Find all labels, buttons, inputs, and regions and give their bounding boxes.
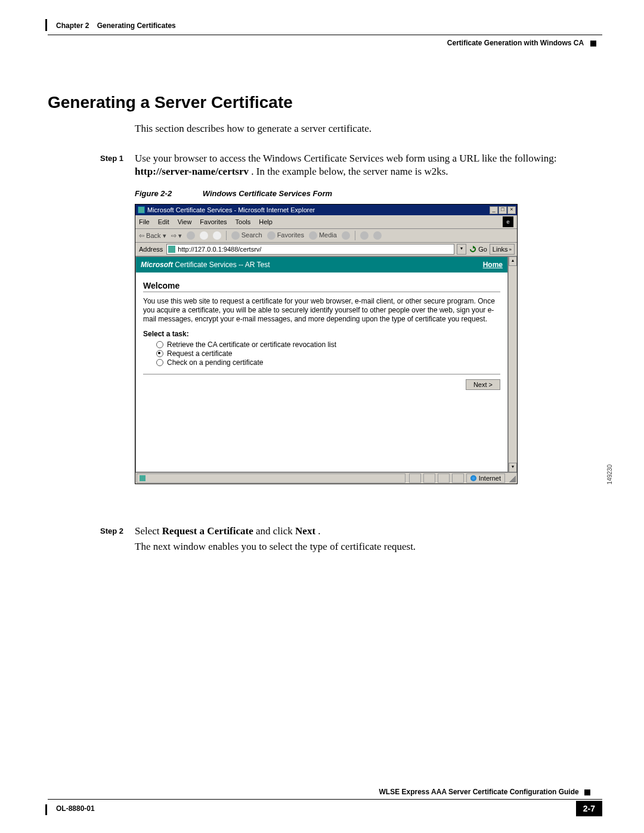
favorites-button[interactable]: Favorites [267, 231, 304, 240]
welcome-heading: Welcome [143, 281, 500, 290]
banner-text: Certificate Services -- AR Test [175, 261, 270, 269]
menu-file[interactable]: File [139, 218, 150, 225]
banner-brand: Microsoft [141, 261, 173, 269]
step-1-body: Use your browser to access the Windows C… [135, 152, 602, 178]
address-url: http://127.0.0.1:9488/certsrv/ [178, 246, 261, 253]
footer-square-icon [584, 789, 590, 795]
menu-help[interactable]: Help [259, 218, 273, 225]
close-button[interactable]: × [507, 206, 516, 214]
welcome-rule [143, 292, 500, 292]
mail-icon[interactable] [360, 231, 369, 240]
task-option-request[interactable]: Request a certificate [156, 349, 500, 358]
welcome-text: You use this web site to request a certi… [143, 297, 500, 324]
task-option-check[interactable]: Check on a pending certificate [156, 358, 500, 367]
go-button[interactable]: Go [469, 245, 487, 253]
step-2-body: Select Request a Certificate and click N… [135, 525, 602, 538]
ie-window: Microsoft Certificate Services - Microso… [135, 204, 518, 484]
step-2-bold-2: Next [295, 525, 315, 537]
resize-grip-icon[interactable] [507, 474, 516, 482]
status-zone: Internet [466, 473, 505, 483]
forward-button[interactable]: ⇨ ▾ [171, 232, 182, 240]
status-page-icon [140, 475, 145, 481]
step-2-line2: The next window enables you to select th… [135, 540, 602, 553]
toolbar-separator-2 [355, 231, 355, 240]
header-left: Chapter 2 Generating Certificates [56, 21, 176, 30]
radio-icon [156, 341, 163, 348]
refresh-icon[interactable] [200, 231, 208, 240]
figure-caption: Figure 2-2 Windows Certificate Services … [135, 189, 602, 198]
header-right: Certificate Generation with Windows CA [447, 39, 596, 47]
step-1-url: http://server-name/certsrv [135, 166, 249, 177]
menu-view[interactable]: View [178, 218, 192, 225]
ie-statusbar: Internet [135, 472, 517, 484]
status-cell [452, 473, 464, 483]
footer-doc-number: OL-8880-01 [56, 804, 95, 813]
status-cell [438, 473, 450, 483]
step-2-bold-1: Request a Certificate [162, 525, 253, 537]
footer-guide: WLSE Express AAA Server Certificate Conf… [379, 788, 590, 796]
radio-selected-icon [156, 350, 163, 357]
menu-edit[interactable]: Edit [158, 218, 169, 225]
header-square-icon [590, 41, 596, 47]
links-button[interactable]: Links » [490, 244, 515, 255]
page-icon [168, 246, 175, 253]
figure-screenshot: 149230 Microsoft Certificate Services - … [135, 204, 602, 484]
ie-toolbar: ⇦ Back ▾ ⇨ ▾ Search Favorites Media [135, 229, 517, 243]
intro-text: This section describes how to generate a… [135, 122, 602, 135]
next-button[interactable]: Next > [466, 379, 500, 390]
status-cell [423, 473, 435, 483]
figure-title: Windows Certificate Services Form [203, 189, 332, 198]
header-rule [48, 35, 602, 35]
ie-title-text: Microsoft Certificate Services - Microso… [147, 206, 315, 213]
task-option-retrieve[interactable]: Retrieve the CA certificate or certifica… [156, 340, 500, 349]
ie-app-icon [138, 206, 145, 213]
scroll-down-icon[interactable]: ▾ [509, 463, 517, 472]
print-icon[interactable] [373, 231, 382, 240]
search-button[interactable]: Search [231, 231, 262, 240]
header-accent-bar [45, 19, 47, 31]
history-icon[interactable] [342, 231, 350, 240]
header-chapter: Chapter 2 [56, 21, 89, 30]
ie-content-area: Microsoft Certificate Services -- AR Tes… [135, 256, 508, 472]
media-icon [309, 231, 317, 240]
maximize-button[interactable]: □ [499, 206, 507, 214]
address-input[interactable]: http://127.0.0.1:9488/certsrv/ [166, 244, 454, 255]
radio-icon [156, 359, 163, 366]
home-link[interactable]: Home [483, 261, 503, 269]
header-chapter-title: Generating Certificates [91, 21, 176, 30]
step-1-label: Step 1 [48, 152, 135, 178]
toolbar-separator [226, 231, 227, 240]
back-button[interactable]: ⇦ Back ▾ [139, 232, 166, 240]
ie-addressbar: Address http://127.0.0.1:9488/certsrv/ ▾… [135, 243, 517, 256]
figure-number: Figure 2-2 [135, 189, 200, 198]
media-button[interactable]: Media [309, 231, 337, 240]
page-number: 2-7 [576, 801, 602, 816]
globe-icon [470, 475, 476, 481]
status-cell [409, 473, 421, 483]
footer-rule [48, 799, 602, 800]
home-icon[interactable] [213, 231, 221, 240]
vertical-scrollbar[interactable]: ▴ ▾ [508, 256, 517, 472]
stop-icon[interactable] [187, 231, 195, 240]
ie-menubar: File Edit View Favorites Tools Help e [135, 215, 517, 229]
certsrv-banner: Microsoft Certificate Services -- AR Tes… [136, 257, 507, 272]
header-right-text: Certificate Generation with Windows CA [447, 39, 584, 47]
ie-throbber-icon: e [503, 216, 513, 227]
go-icon [469, 245, 477, 253]
minimize-button[interactable]: _ [490, 206, 498, 214]
ie-titlebar: Microsoft Certificate Services - Microso… [135, 205, 517, 215]
menu-tools[interactable]: Tools [236, 218, 251, 225]
footer-accent-bar [45, 804, 47, 815]
figure-side-number: 149230 [606, 465, 613, 484]
address-label: Address [138, 246, 164, 253]
menu-favorites[interactable]: Favorites [200, 218, 227, 225]
step-1-text-a: Use your browser to access the Windows C… [135, 153, 556, 164]
scroll-up-icon[interactable]: ▴ [509, 256, 517, 266]
select-task-title: Select a task: [143, 330, 500, 338]
section-heading: Generating a Server Certificate [48, 93, 602, 112]
favorites-icon [267, 231, 275, 240]
step-2-label: Step 2 [48, 525, 135, 538]
step-1-text-c: . In the example below, the server name … [251, 166, 448, 177]
address-dropdown[interactable]: ▾ [457, 244, 466, 255]
search-icon [231, 231, 240, 240]
